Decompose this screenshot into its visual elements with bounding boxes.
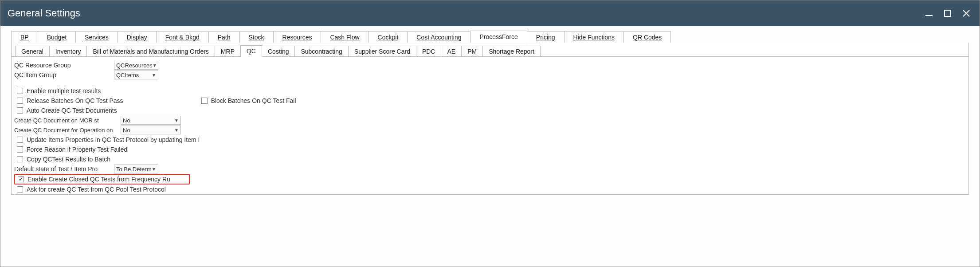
ask-create-label: Ask for create QC Test from QC Pool Test… [27, 186, 166, 193]
subtab-bom-mo[interactable]: Bill of Materials and Manufacturing Orde… [86, 46, 215, 57]
copy-results-label: Copy QCTest Results to Batch [27, 156, 110, 163]
force-reason-checkbox[interactable] [17, 146, 23, 153]
create-qc-mor-select[interactable]: No ▼ [121, 116, 181, 125]
release-batches-checkbox[interactable] [17, 98, 23, 104]
close-button[interactable] [960, 7, 972, 20]
tab-display[interactable]: Display [118, 31, 157, 43]
qc-item-group-label: QC Item Group [14, 71, 114, 79]
create-qc-mor-label: Create QC Document on MOR st [14, 117, 121, 124]
qc-form: QC Resource Group QCResources ▼ QC Item … [12, 57, 968, 194]
subtab-costing[interactable]: Costing [262, 46, 295, 57]
tab-qr-codes[interactable]: QR Codes [623, 31, 671, 43]
dropdown-arrow-icon: ▼ [174, 128, 179, 133]
tab-cash-flow[interactable]: Cash Flow [321, 31, 368, 43]
tab-cost-accounting[interactable]: Cost Accounting [407, 31, 470, 43]
subtab-qc[interactable]: QC [240, 45, 262, 57]
subtab-pm[interactable]: PM [461, 46, 483, 57]
subtab-general[interactable]: General [15, 46, 50, 57]
svg-rect-1 [945, 10, 951, 16]
subtab-pdc[interactable]: PDC [416, 46, 442, 57]
qc-item-group-select[interactable]: QCItems ▼ [114, 71, 158, 79]
dropdown-arrow-icon: ▼ [152, 167, 156, 172]
minimize-button[interactable] [923, 7, 935, 20]
tab-budget[interactable]: Budget [38, 31, 76, 43]
tab-hide-functions[interactable]: Hide Functions [564, 31, 624, 43]
subtab-subcontracting[interactable]: Subcontracting [294, 46, 348, 57]
qc-resource-group-value: QCResources [116, 62, 153, 69]
subtab-mrp[interactable]: MRP [215, 46, 241, 57]
subtab-supplier-score[interactable]: Supplier Score Card [348, 46, 416, 57]
enable-closed-label: Enable Create Closed QC Tests from Frequ… [27, 176, 170, 183]
release-batches-label: Release Batches On QC Test Pass [27, 97, 123, 104]
default-state-label: Default state of Test / Item Pro [14, 165, 114, 173]
dropdown-arrow-icon: ▼ [153, 63, 157, 68]
tab-stock[interactable]: Stock [239, 31, 274, 43]
tab-process-force[interactable]: ProcessForce [470, 31, 527, 43]
tab-pricing[interactable]: Pricing [527, 31, 564, 43]
enable-multiple-label: Enable multiple test results [27, 87, 101, 94]
close-icon [961, 8, 971, 18]
subtab-ae[interactable]: AE [441, 46, 462, 57]
enable-closed-checkbox[interactable] [18, 176, 24, 182]
maximize-icon [943, 9, 952, 18]
main-area: BP Budget Services Display Font & Bkgd P… [0, 26, 980, 267]
sub-tabs: General Inventory Bill of Materials and … [12, 43, 968, 57]
update-items-checkbox[interactable] [17, 137, 23, 143]
tab-path[interactable]: Path [208, 31, 240, 43]
block-batches-label: Block Batches On QC Test Fail [211, 97, 296, 104]
window: General Settings BP Budget Services Disp… [0, 0, 980, 267]
subtab-shortage[interactable]: Shortage Report [482, 46, 541, 57]
auto-create-checkbox[interactable] [17, 107, 23, 114]
tab-services[interactable]: Services [75, 31, 118, 43]
ask-create-checkbox[interactable] [17, 186, 23, 192]
qc-item-group-value: QCItems [116, 72, 139, 79]
minimize-icon [924, 8, 934, 18]
auto-create-label: Auto Create QC Test Documents [27, 107, 117, 114]
create-qc-op-label: Create QC Document for Operation on [14, 127, 121, 134]
create-qc-op-select[interactable]: No ▼ [121, 126, 181, 134]
copy-results-checkbox[interactable] [17, 156, 23, 162]
create-qc-op-value: No [123, 127, 130, 134]
default-state-select[interactable]: To Be Determ ▼ [114, 165, 158, 173]
enable-multiple-checkbox[interactable] [17, 88, 23, 94]
window-controls [923, 7, 972, 20]
force-reason-label: Force Reason if Property Test Failed [27, 146, 127, 153]
qc-resource-group-select[interactable]: QCResources ▼ [114, 61, 158, 70]
subtab-inventory[interactable]: Inventory [49, 46, 87, 57]
update-items-label: Update Items Properties in QC Test Proto… [27, 136, 200, 143]
titlebar: General Settings [0, 0, 980, 26]
window-title: General Settings [8, 8, 80, 19]
block-batches-checkbox[interactable] [201, 98, 208, 104]
default-state-value: To Be Determ [116, 166, 151, 173]
enable-closed-highlight: Enable Create Closed QC Tests from Frequ… [14, 174, 190, 185]
tab-font-bkgd[interactable]: Font & Bkgd [156, 31, 209, 43]
maximize-button[interactable] [941, 7, 954, 20]
main-tab-panel: General Inventory Bill of Materials and … [11, 43, 969, 195]
qc-resource-group-label: QC Resource Group [14, 62, 114, 69]
create-qc-mor-value: No [123, 117, 130, 124]
tab-cockpit[interactable]: Cockpit [368, 31, 408, 43]
tab-resources[interactable]: Resources [273, 31, 321, 43]
dropdown-arrow-icon: ▼ [174, 118, 179, 123]
dropdown-arrow-icon: ▼ [152, 73, 156, 78]
tab-bp[interactable]: BP [11, 31, 38, 43]
main-tabs: BP Budget Services Display Font & Bkgd P… [11, 31, 969, 43]
